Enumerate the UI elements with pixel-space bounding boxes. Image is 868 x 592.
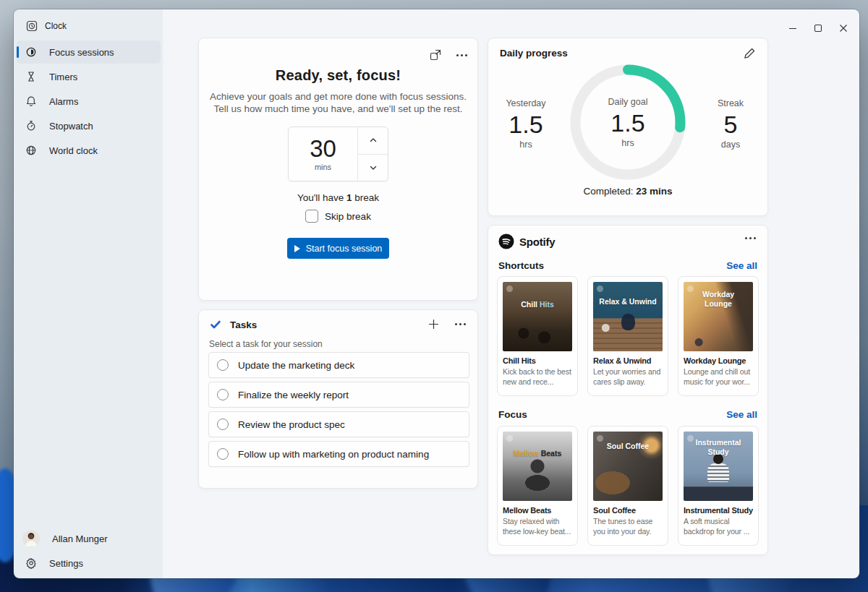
sidebar: Clock Focus sessions Timers <box>14 9 163 578</box>
timers-icon <box>25 71 37 82</box>
todo-check-icon <box>210 319 221 330</box>
shortcuts-section-title: Shortcuts <box>498 260 544 271</box>
sidebar-nav: Focus sessions Timers Alarms <box>14 40 163 162</box>
focus-card-more-icon[interactable] <box>456 54 467 56</box>
maximize-button[interactable] <box>812 22 824 34</box>
app-title: Clock <box>45 21 67 31</box>
clock-app-window: Clock Focus sessions Timers <box>14 9 859 578</box>
compact-overlay-icon[interactable] <box>429 48 442 61</box>
spotify-watermark-icon <box>687 286 694 292</box>
playlist-art: Instrumental Study <box>684 432 753 501</box>
sidebar-item-label: Stopwatch <box>49 121 93 132</box>
focus-sessions-icon <box>25 46 37 58</box>
skip-break-label: Skip break <box>325 211 371 222</box>
playlist-card-instrumental-study[interactable]: Instrumental Study Instrumental Study A … <box>678 426 759 546</box>
sidebar-item-world-clock[interactable]: World clock <box>17 139 161 162</box>
task-radio[interactable] <box>217 389 229 400</box>
sidebar-item-alarms[interactable]: Alarms <box>17 90 161 113</box>
sidebar-item-focus-sessions[interactable]: Focus sessions <box>17 40 161 64</box>
playlist-art: Soul Coffee <box>593 432 663 501</box>
focus-subtitle: Achieve your goals and get more done wit… <box>199 90 477 115</box>
play-icon <box>294 245 300 252</box>
task-row[interactable]: Follow up with marketing on product nami… <box>208 441 469 467</box>
sidebar-item-label: Alarms <box>49 96 78 107</box>
playlist-art: Relax & Unwind <box>593 282 663 351</box>
app-title-row: Clock <box>14 9 163 33</box>
yesterday-stat: Yesterday 1.5 hrs <box>493 98 558 150</box>
world-clock-icon <box>25 145 37 156</box>
focus-section-title: Focus <box>498 409 527 420</box>
completed-status: Completed: 23 mins <box>488 186 767 197</box>
streak-stat: Streak 5 days <box>698 98 763 150</box>
skip-break-checkbox[interactable] <box>305 210 318 223</box>
playlist-art: Chill Hits <box>503 282 572 351</box>
settings-gear-icon <box>25 557 37 569</box>
minutes-unit: mins <box>315 163 331 171</box>
spotify-watermark-icon <box>687 435 694 442</box>
minutes-value[interactable]: 30 <box>310 137 336 161</box>
spotify-card: Spotify Shortcuts See all Chill Hits Chi… <box>488 225 768 555</box>
task-radio[interactable] <box>217 359 229 371</box>
task-row[interactable]: Review the product spec <box>208 411 469 437</box>
task-radio[interactable] <box>217 419 229 430</box>
focus-see-all-link[interactable]: See all <box>726 409 757 420</box>
stopwatch-icon <box>25 120 37 132</box>
daily-progress-title: Daily progress <box>500 48 568 59</box>
spotify-watermark-icon <box>506 435 513 442</box>
user-name: Allan Munger <box>52 533 108 544</box>
task-radio[interactable] <box>217 448 229 460</box>
spotify-watermark-icon <box>506 286 513 292</box>
tasks-more-icon[interactable] <box>455 323 466 325</box>
playlist-art: Workday Lounge <box>684 282 753 351</box>
close-button[interactable] <box>838 22 849 34</box>
tasks-subtitle: Select a task for your session <box>209 339 323 349</box>
main-content: Ready, set, focus! Achieve your goals an… <box>163 9 859 578</box>
sidebar-item-user[interactable]: Allan Munger <box>17 527 161 550</box>
spotify-watermark-icon <box>597 286 603 292</box>
minutes-increase-button[interactable] <box>358 127 388 154</box>
playlist-card-mellow-beats[interactable]: Mellow Beats Mellow Beats Stay relaxed w… <box>497 426 578 546</box>
spotify-more-icon[interactable] <box>745 237 756 239</box>
minimize-button[interactable] <box>787 22 799 34</box>
playlist-card-relax-unwind[interactable]: Relax & Unwind Relax & Unwind Let your w… <box>587 276 668 396</box>
sidebar-item-settings[interactable]: Settings <box>17 552 161 575</box>
playlist-card-soul-coffee[interactable]: Soul Coffee Soul Coffee The tunes to eas… <box>587 426 668 546</box>
playlist-card-chill-hits[interactable]: Chill Hits Chill Hits Kick back to the b… <box>497 276 578 396</box>
sidebar-item-timers[interactable]: Timers <box>17 65 161 88</box>
sidebar-item-label: World clock <box>49 145 98 156</box>
tasks-title: Tasks <box>230 319 257 330</box>
sidebar-bottom: Allan Munger Settings <box>14 527 163 576</box>
minutes-spinner: 30 mins <box>288 126 388 181</box>
task-row[interactable]: Update the marketing deck <box>208 352 469 378</box>
spotify-brand: Spotify <box>519 236 555 248</box>
sidebar-item-stopwatch[interactable]: Stopwatch <box>17 114 161 137</box>
sidebar-item-label: Focus sessions <box>49 47 114 58</box>
add-task-icon[interactable] <box>428 319 439 330</box>
playlist-card-workday-lounge[interactable]: Workday Lounge Workday Lounge Lounge and… <box>678 276 759 396</box>
shortcuts-see-all-link[interactable]: See all <box>726 260 757 271</box>
playlist-art: Mellow Beats <box>503 432 572 501</box>
clock-app-icon <box>26 20 38 32</box>
daily-goal-stat: Daily goal 1.5 hrs <box>570 64 686 180</box>
daily-progress-card: Daily progress Yesterday 1.5 hrs Daily g… <box>488 38 768 216</box>
spotify-watermark-icon <box>597 435 603 442</box>
settings-label: Settings <box>49 558 83 569</box>
focus-title: Ready, set, focus! <box>199 67 477 84</box>
task-list: Update the marketing deck Finalize the w… <box>208 352 469 471</box>
tasks-card: Tasks Select a task for your session Upd… <box>198 309 478 489</box>
edit-pencil-icon[interactable] <box>743 47 756 60</box>
minutes-decrease-button[interactable] <box>358 154 388 181</box>
start-focus-session-button[interactable]: Start focus session <box>287 238 389 259</box>
task-row[interactable]: Finalize the weekly report <box>208 382 469 408</box>
spotify-logo <box>498 233 514 249</box>
alarms-icon <box>25 95 37 107</box>
break-info: You'll have 1 break <box>199 192 477 203</box>
focus-session-card: Ready, set, focus! Achieve your goals an… <box>198 38 478 301</box>
sidebar-item-label: Timers <box>49 72 77 82</box>
user-avatar <box>22 530 40 547</box>
